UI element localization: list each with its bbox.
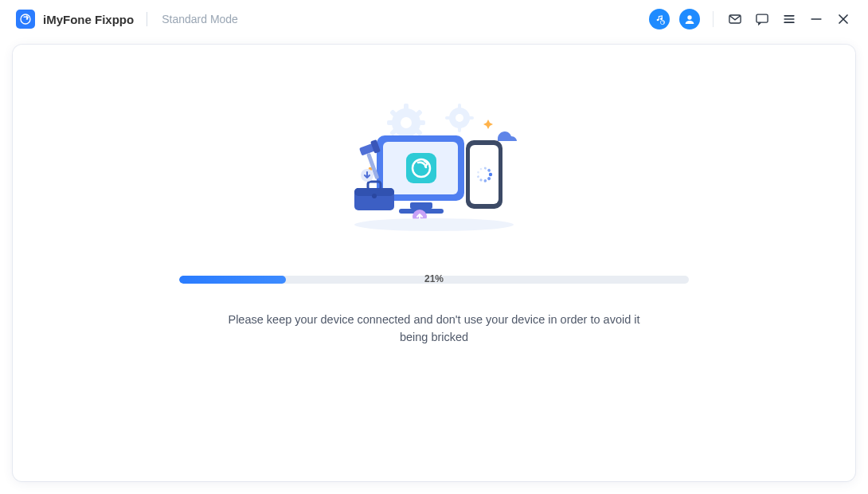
svg-rect-17 <box>458 104 461 110</box>
svg-rect-25 <box>410 202 432 209</box>
account-icon[interactable] <box>679 9 700 29</box>
svg-rect-9 <box>387 120 395 125</box>
svg-rect-18 <box>458 126 461 132</box>
repair-illustration <box>330 100 538 244</box>
svg-point-49 <box>354 218 514 231</box>
titlebar-right <box>649 9 852 29</box>
svg-point-46 <box>372 194 377 198</box>
mode-label: Standard Mode <box>162 13 238 25</box>
svg-rect-19 <box>445 116 452 120</box>
app-window: iMyFone Fixppo Standard Mode <box>0 0 868 494</box>
app-logo-icon <box>16 10 35 29</box>
close-button[interactable] <box>835 10 852 28</box>
svg-rect-5 <box>757 14 768 22</box>
minimize-button[interactable] <box>807 10 825 28</box>
itunes-icon[interactable] <box>649 9 670 29</box>
title-separator <box>147 12 147 26</box>
svg-point-31 <box>489 173 492 176</box>
svg-rect-10 <box>417 120 425 125</box>
mail-icon[interactable] <box>726 10 744 28</box>
main-panel: 21% Please keep your device connected an… <box>13 45 855 481</box>
svg-point-0 <box>21 14 30 24</box>
svg-rect-20 <box>467 116 474 120</box>
feedback-icon[interactable] <box>753 10 771 28</box>
progress-track <box>179 276 689 284</box>
status-message: Please keep your device connected and do… <box>227 311 641 347</box>
titlebar: iMyFone Fixppo Standard Mode <box>0 0 868 38</box>
svg-rect-7 <box>404 104 409 112</box>
titlebar-left: iMyFone Fixppo Standard Mode <box>16 10 238 29</box>
illustration-wrap <box>13 100 855 244</box>
svg-point-21 <box>456 114 463 122</box>
app-name: iMyFone Fixppo <box>43 13 134 26</box>
svg-point-15 <box>401 117 412 128</box>
progress-bar: 21% <box>179 276 689 284</box>
menu-icon[interactable] <box>780 10 798 28</box>
progress-fill <box>179 276 286 284</box>
svg-point-3 <box>687 15 691 19</box>
svg-rect-27 <box>406 153 436 183</box>
titlebar-separator <box>713 11 714 27</box>
svg-rect-30 <box>470 145 499 204</box>
